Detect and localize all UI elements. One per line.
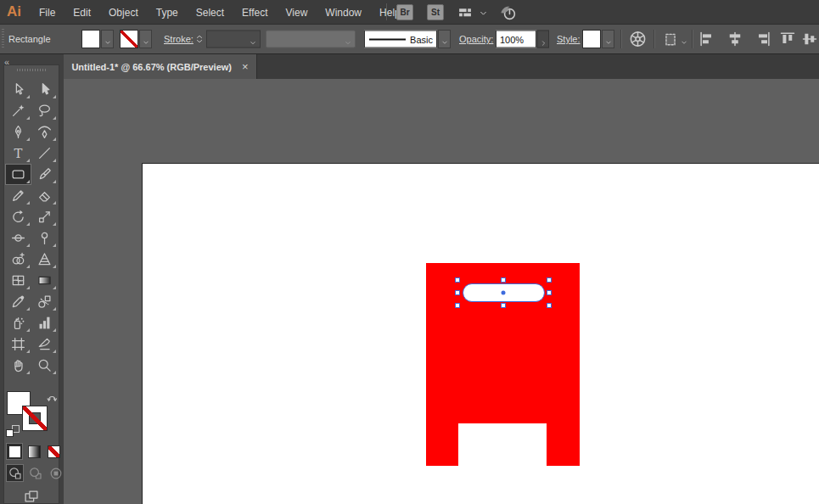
- graphic-style-swatch[interactable]: [582, 30, 601, 48]
- close-tab-icon[interactable]: ×: [242, 61, 249, 72]
- symbol-sprayer-tool[interactable]: [5, 312, 31, 333]
- bridge-button[interactable]: Br: [396, 4, 413, 20]
- blend-tool-icon: [37, 294, 52, 309]
- graphic-style-dropdown[interactable]: [602, 30, 614, 48]
- selection-handle-middle-left[interactable]: [455, 290, 460, 295]
- width-tool[interactable]: [5, 227, 31, 249]
- selection-handle-top-left[interactable]: [455, 277, 460, 283]
- align-horizontal-center-icon[interactable]: [726, 31, 743, 48]
- none-slash-icon: [23, 406, 47, 430]
- controlbar-grip[interactable]: [2, 29, 4, 49]
- align-vertical-top-icon[interactable]: [779, 31, 796, 48]
- brush-definition-dropdown[interactable]: [438, 30, 451, 48]
- rectangle-tool[interactable]: [5, 164, 31, 185]
- magic-wand-tool[interactable]: [5, 100, 31, 121]
- document-tab[interactable]: Untitled-1* @ 66.67% (RGB/Preview) ×: [64, 54, 257, 79]
- stroke-indicator-swatch[interactable]: [22, 406, 48, 431]
- draw-normal-button[interactable]: [6, 464, 24, 482]
- blend-tool[interactable]: [31, 291, 58, 312]
- mesh-tool[interactable]: [5, 270, 31, 291]
- selection-handle-bottom-right[interactable]: [547, 303, 552, 308]
- stroke-weight-stepper[interactable]: [194, 30, 205, 48]
- selection-handle-bottom-center[interactable]: [501, 303, 506, 308]
- scale-tool[interactable]: [31, 206, 58, 227]
- menu-object[interactable]: Object: [109, 7, 138, 19]
- menu-select[interactable]: Select: [196, 7, 224, 19]
- workspace-switcher-icon[interactable]: [456, 5, 474, 20]
- paintbrush-tool[interactable]: [31, 164, 58, 185]
- eyedropper-tool[interactable]: [5, 291, 31, 312]
- align-horizontal-right-icon[interactable]: [754, 31, 771, 48]
- menu-file[interactable]: File: [39, 7, 55, 19]
- opacity-more-button[interactable]: [537, 31, 549, 48]
- direct-selection-tool[interactable]: [31, 79, 58, 100]
- select-similar-icon[interactable]: [663, 31, 678, 47]
- slice-tool[interactable]: [31, 333, 58, 355]
- selection-handle-top-center[interactable]: [501, 277, 506, 283]
- default-fill-stroke-icon[interactable]: [6, 425, 20, 437]
- shape-cutout: [458, 423, 547, 466]
- hand-tool[interactable]: [5, 355, 31, 376]
- fill-color-swatch[interactable]: [81, 30, 100, 48]
- stroke-weight-combobox[interactable]: [206, 31, 261, 48]
- stroke-color-dropdown[interactable]: [139, 30, 152, 48]
- pen-tool[interactable]: [5, 121, 31, 143]
- line-segment-tool[interactable]: [31, 143, 58, 164]
- eraser-tool[interactable]: [31, 185, 58, 206]
- none-button[interactable]: [45, 443, 62, 460]
- gradient-tool[interactable]: [31, 270, 58, 291]
- color-button[interactable]: [6, 443, 23, 460]
- selection-tool[interactable]: [5, 79, 31, 100]
- shaper-tool-icon: [11, 188, 25, 203]
- menu-window[interactable]: Window: [325, 7, 362, 19]
- panel-grip[interactable]: [17, 69, 46, 71]
- pasteboard[interactable]: [64, 79, 819, 504]
- gradient-button[interactable]: [25, 443, 42, 460]
- opacity-input[interactable]: [496, 31, 536, 48]
- chevron-down-icon: [344, 35, 352, 43]
- shaper-tool[interactable]: [5, 185, 31, 206]
- shape-builder-tool[interactable]: [5, 249, 31, 270]
- swap-fill-stroke-icon[interactable]: [46, 392, 59, 404]
- lasso-tool[interactable]: [31, 100, 58, 121]
- chevron-down-icon[interactable]: [680, 35, 688, 43]
- zoom-tool-icon: [37, 358, 52, 372]
- brush-definition-field[interactable]: Basic: [364, 31, 437, 48]
- fill-color-dropdown[interactable]: [101, 30, 114, 48]
- selection-handle-middle-right[interactable]: [547, 290, 552, 295]
- recolor-artwork-icon[interactable]: [629, 31, 647, 48]
- selection-handle-bottom-left[interactable]: [455, 303, 460, 308]
- rotate-tool[interactable]: [5, 206, 31, 227]
- stroke-color-swatch[interactable]: [120, 30, 138, 48]
- gpu-performance-icon[interactable]: [499, 3, 517, 21]
- zoom-tool[interactable]: [31, 355, 58, 376]
- menu-effect[interactable]: Effect: [242, 7, 267, 19]
- chevron-down-icon: [249, 35, 257, 43]
- chevron-down-icon[interactable]: [478, 7, 489, 18]
- draw-behind-button[interactable]: [26, 464, 44, 482]
- stock-button[interactable]: St: [427, 4, 444, 20]
- type-tool[interactable]: T: [5, 143, 31, 164]
- column-graph-tool[interactable]: [31, 312, 58, 333]
- draw-inside-button[interactable]: [47, 464, 65, 482]
- gradient-tool-icon: [37, 273, 52, 288]
- artboard-tool[interactable]: [5, 333, 31, 355]
- menu-type[interactable]: Type: [156, 7, 178, 19]
- controlbar-divider: [654, 30, 654, 48]
- selection-handle-top-right[interactable]: [547, 277, 552, 283]
- stroke-panel-label[interactable]: Stroke:: [164, 34, 194, 44]
- menu-view[interactable]: View: [286, 7, 308, 19]
- curvature-tool[interactable]: [31, 121, 58, 143]
- menu-edit[interactable]: Edit: [73, 7, 91, 19]
- variable-width-profile-dropdown[interactable]: [266, 31, 356, 48]
- puppet-warp-tool[interactable]: [31, 227, 58, 249]
- align-vertical-center-icon[interactable]: [801, 31, 818, 48]
- opacity-panel-label[interactable]: Opacity:: [459, 34, 493, 44]
- align-horizontal-left-icon[interactable]: [698, 31, 715, 48]
- style-panel-label[interactable]: Style:: [557, 34, 581, 44]
- none-swatch-icon: [48, 445, 60, 458]
- object-center-point[interactable]: [502, 291, 506, 295]
- magic-wand-tool-icon: [11, 104, 25, 118]
- change-screen-mode-icon[interactable]: [23, 490, 40, 504]
- perspective-grid-tool[interactable]: [31, 249, 58, 270]
